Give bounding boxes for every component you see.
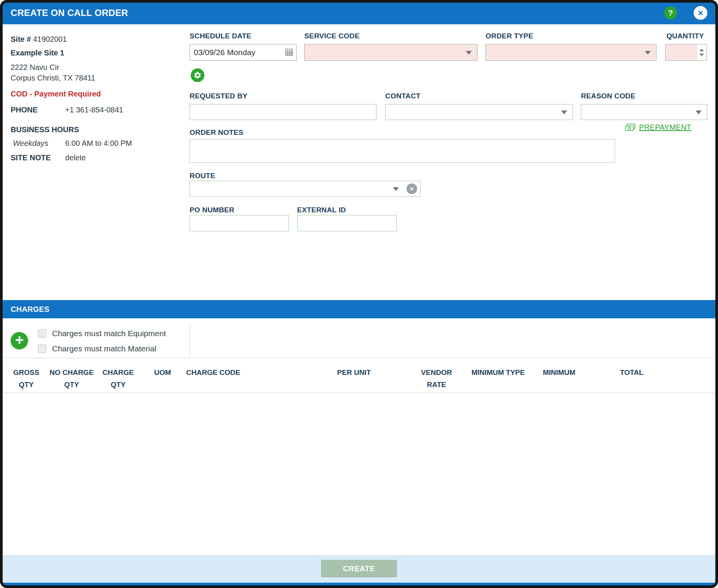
schedule-date-field [190, 44, 297, 61]
quantity-input[interactable] [666, 44, 696, 60]
checkbox-row-match-material[interactable]: Charges must match Material [38, 344, 156, 353]
site-number-value: 41902001 [33, 35, 67, 43]
site-name: Example Site 1 [11, 49, 64, 57]
prepayment-link-text: PREPAYMENT [639, 123, 691, 132]
chevron-down-icon [561, 111, 567, 114]
schedule-date-label: SCHEDULE DATE [190, 32, 251, 40]
contact-dropdown[interactable] [385, 104, 573, 120]
order-notes-label: ORDER NOTES [190, 128, 244, 137]
site-note-label: SITE NOTE [11, 153, 63, 162]
add-charge-button[interactable]: + [11, 332, 28, 349]
close-button[interactable]: ✕ [694, 6, 707, 20]
site-number-label: Site # [11, 35, 31, 43]
header-vendor-rate: VENDOR RATE [418, 367, 455, 391]
order-type-label: ORDER TYPE [486, 32, 533, 40]
plus-icon: + [15, 333, 24, 347]
schedule-date-input[interactable] [190, 44, 297, 61]
dialog-footer: CREATE [2, 555, 716, 583]
quantity-stepper [696, 44, 707, 60]
chevron-down-icon [393, 187, 399, 191]
charges-toolbar-divider [190, 324, 190, 356]
business-hours-time: 6:00 AM to 4:00 PM [65, 139, 132, 147]
checkbox-match-equipment[interactable] [38, 329, 46, 338]
header-minimum: MINIMUM [543, 367, 592, 379]
create-on-call-order-dialog: CREATE ON CALL ORDER ? ✕ Site # 41902001… [2, 2, 716, 586]
site-number-line: Site # 41902001 [11, 35, 67, 44]
reason-code-label: REASON CODE [581, 92, 636, 100]
gear-icon [193, 71, 202, 79]
dialog-bottom-bar [2, 583, 716, 586]
service-code-dropdown[interactable] [304, 44, 478, 61]
external-id-input[interactable] [297, 215, 397, 231]
quantity-step-down-icon[interactable] [699, 54, 704, 56]
route-label: ROUTE [190, 172, 215, 180]
site-address-line2: Corpus Christi, TX 78411 [11, 74, 95, 82]
order-notes-textarea[interactable] [190, 139, 615, 163]
charges-section-header: CHARGES [2, 300, 716, 318]
site-address-line1: 2222 Navu Cir [11, 63, 59, 72]
phone-value: +1 361-854-0841 [65, 106, 123, 114]
requested-by-label: REQUESTED BY [190, 92, 247, 100]
header-no-charge-qty: NO CHARGE QTY [48, 367, 95, 391]
schedule-settings-button[interactable] [191, 68, 204, 82]
close-icon: ✕ [697, 9, 704, 17]
charges-table-header: GROSS QTY NO CHARGE QTY CHARGE QTY UOM C… [2, 358, 716, 393]
quantity-step-up-icon[interactable] [699, 49, 704, 51]
help-button[interactable]: ? [664, 6, 677, 19]
chevron-down-icon [696, 111, 702, 114]
contact-label: CONTACT [385, 92, 421, 100]
po-number-field [190, 215, 289, 231]
business-hours-days: Weekdays [13, 139, 63, 148]
chevron-down-icon [466, 51, 472, 55]
header-gross-qty: GROSS QTY [9, 367, 43, 391]
route-dropdown[interactable]: ✕ [190, 181, 421, 197]
chevron-down-icon [645, 51, 651, 55]
business-hours-label: BUSINESS HOURS [11, 125, 79, 134]
external-id-label: EXTERNAL ID [297, 206, 346, 214]
dialog-titlebar: CREATE ON CALL ORDER ? ✕ [2, 2, 716, 24]
quantity-label: QUANTITY [666, 32, 704, 40]
cod-payment-warning: COD - Payment Required [11, 90, 101, 98]
header-per-unit: PER UNIT [314, 367, 371, 379]
header-charge-qty: CHARGE QTY [97, 367, 139, 391]
requested-by-input[interactable] [190, 104, 376, 120]
clear-x-icon: ✕ [410, 186, 414, 192]
dialog-title: CREATE ON CALL ORDER [11, 8, 128, 18]
checkbox-match-material-label: Charges must match Material [52, 344, 156, 353]
checkbox-match-equipment-label: Charges must match Equipment [52, 329, 166, 338]
site-note-value: delete [65, 153, 86, 162]
business-hours-line: Weekdays 6:00 AM to 4:00 PM [13, 139, 132, 148]
prepayment-link[interactable]: PREPAYMENT [625, 123, 691, 132]
create-button[interactable]: CREATE [321, 560, 397, 577]
po-number-label: PO NUMBER [190, 206, 234, 214]
banknote-icon [625, 123, 636, 132]
quantity-field [665, 44, 707, 61]
checkbox-row-match-equipment[interactable]: Charges must match Equipment [38, 329, 166, 338]
external-id-field [297, 215, 397, 231]
route-clear-button[interactable]: ✕ [406, 183, 417, 194]
charges-section-title: CHARGES [11, 305, 49, 314]
help-icon: ? [668, 8, 673, 17]
header-uom: UOM [149, 367, 176, 379]
header-minimum-type: MINIMUM TYPE [471, 367, 540, 379]
charges-table-body [2, 393, 716, 555]
service-code-label: SERVICE CODE [304, 32, 360, 40]
order-type-dropdown[interactable] [486, 44, 656, 61]
checkbox-match-material[interactable] [38, 345, 46, 353]
site-note-line: SITE NOTE delete [11, 153, 86, 162]
reason-code-dropdown[interactable] [581, 104, 707, 120]
header-total: TOTAL [620, 367, 666, 379]
header-charge-code: CHARGE CODE [186, 367, 300, 379]
phone-line: PHONE +1 361-854-0841 [11, 106, 123, 114]
phone-label: PHONE [11, 106, 63, 114]
po-number-input[interactable] [190, 215, 289, 231]
requested-by-field [190, 104, 376, 120]
calendar-icon[interactable] [285, 47, 294, 57]
